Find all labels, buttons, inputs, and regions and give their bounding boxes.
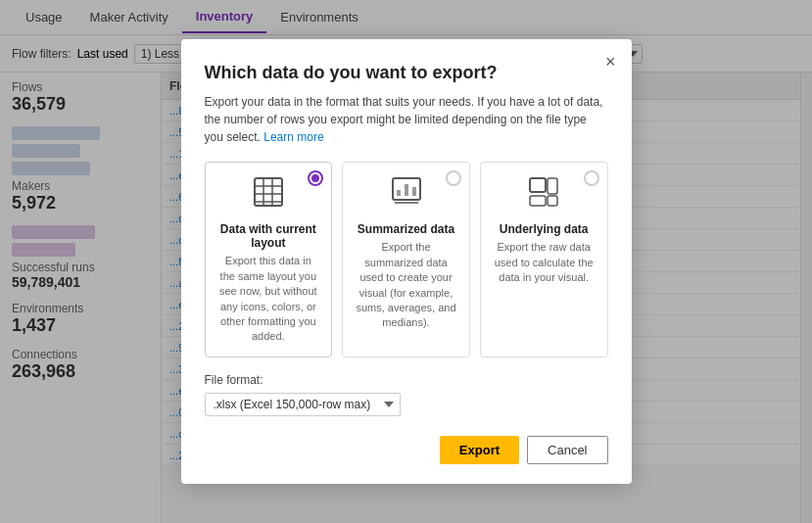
export-options: Data with current layout Export this dat… bbox=[205, 162, 608, 357]
table-icon bbox=[217, 174, 320, 216]
svg-rect-14 bbox=[548, 196, 557, 206]
radio-current-layout bbox=[308, 170, 323, 186]
svg-rect-7 bbox=[397, 190, 401, 196]
option-summarized[interactable]: Summarized data Export the summarized da… bbox=[342, 162, 470, 357]
export-button[interactable]: Export bbox=[440, 436, 519, 464]
option-current-layout-desc: Export this data in the same layout you … bbox=[217, 254, 320, 344]
learn-more-link[interactable]: Learn more bbox=[263, 130, 323, 144]
modal-close-button[interactable]: × bbox=[605, 53, 616, 71]
radio-summarized bbox=[446, 170, 461, 186]
modal-title: Which data do you want to export? bbox=[205, 63, 608, 83]
file-format-select[interactable]: .xlsx (Excel 150,000-row max) bbox=[205, 393, 401, 416]
svg-rect-12 bbox=[530, 196, 546, 206]
svg-rect-11 bbox=[530, 178, 546, 192]
option-current-layout-title: Data with current layout bbox=[217, 222, 320, 250]
radio-underlying bbox=[584, 170, 599, 186]
data-icon bbox=[493, 174, 596, 216]
option-underlying-desc: Export the raw data used to calculate th… bbox=[493, 240, 596, 285]
chart-icon bbox=[355, 174, 457, 216]
main-container: Flows 36,579 Makers 5,972 Successful run… bbox=[0, 72, 812, 523]
modal-desc: Export your data in the format that suit… bbox=[205, 93, 608, 146]
svg-rect-13 bbox=[548, 178, 557, 194]
modal-actions: Export Cancel bbox=[205, 436, 608, 464]
svg-rect-9 bbox=[412, 187, 416, 196]
export-overlay: × Which data do you want to export? Expo… bbox=[0, 0, 812, 523]
option-underlying-title: Underlying data bbox=[493, 222, 596, 236]
option-summarized-desc: Export the summarized data used to creat… bbox=[355, 240, 457, 330]
option-current-layout[interactable]: Data with current layout Export this dat… bbox=[205, 162, 333, 357]
cancel-button[interactable]: Cancel bbox=[527, 436, 607, 464]
svg-rect-8 bbox=[405, 184, 408, 196]
option-summarized-title: Summarized data bbox=[355, 222, 457, 236]
file-format-label: File format: bbox=[205, 373, 608, 387]
export-modal: × Which data do you want to export? Expo… bbox=[181, 39, 632, 483]
option-underlying[interactable]: Underlying data Export the raw data used… bbox=[480, 162, 608, 357]
